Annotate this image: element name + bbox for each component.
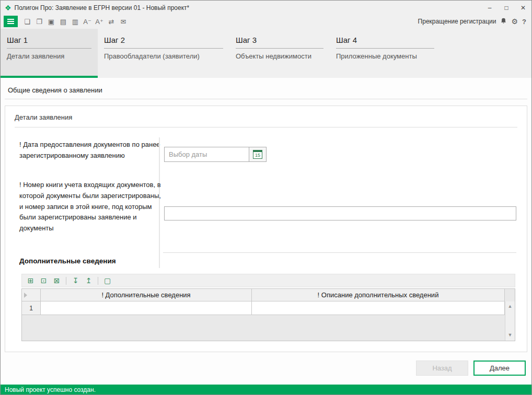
panel-title: Детали заявления xyxy=(15,113,72,121)
gear-icon: ⚙ xyxy=(511,17,518,26)
section-title: Общие сведения о заявлении xyxy=(8,86,531,94)
step-1-subtitle: Детали заявления xyxy=(7,52,91,60)
titlebar: ❖ Полигон Про: Заявление в ЕГРН версии 0… xyxy=(1,1,531,15)
menu-button[interactable] xyxy=(4,16,18,27)
step-2-subtitle: Правообладатели (заявители) xyxy=(104,52,223,60)
calendar-button[interactable]: 15 xyxy=(249,147,267,162)
date-field-label: ! Дата предоставления документов по ране… xyxy=(19,140,163,161)
mode-label: Прекращение регистрации xyxy=(418,18,496,25)
open-project-icon[interactable]: ❐ xyxy=(34,16,44,27)
delete-row-icon[interactable]: ⊠ xyxy=(51,275,62,286)
toolbar: ❏ ❐ ▣ ▤ ▥ А⁻ А⁺ ⇄ ✉ Прекращение регистра… xyxy=(1,15,531,29)
next-button[interactable]: Далее xyxy=(473,361,526,376)
add-row-icon[interactable]: ⊞ xyxy=(25,275,36,286)
book-number-field-label: ! Номер книги учета входящих документов,… xyxy=(19,180,165,234)
section-divider xyxy=(5,99,527,99)
step-3-subtitle: Объекты недвижимости xyxy=(236,52,323,60)
additional-info-table: ! Дополнительные сведения ! Описание доп… xyxy=(21,288,515,341)
table-row: 1 xyxy=(22,301,515,315)
new-document-icon[interactable]: ❏ xyxy=(22,16,32,27)
expand-table-icon[interactable]: ▢ xyxy=(102,275,113,286)
insert-row-icon[interactable]: ⊡ xyxy=(38,275,49,286)
field-divider xyxy=(163,252,516,253)
app-icon: ❖ xyxy=(5,4,11,12)
table-scrollbar[interactable]: ▲ ▼ xyxy=(505,301,515,341)
import-export-icon[interactable]: ⇄ xyxy=(106,16,117,27)
additional-info-header: Дополнительные сведения xyxy=(19,257,116,265)
step-2-tab[interactable]: Шаг 2 Правообладатели (заявители) xyxy=(98,29,229,78)
scroll-up-icon[interactable]: ▲ xyxy=(506,303,515,310)
column-header-description[interactable]: ! Описание дополнительных сведений xyxy=(252,289,505,301)
description-cell-input[interactable] xyxy=(252,301,504,315)
column-header-additional-info[interactable]: ! Дополнительные сведения xyxy=(41,289,252,301)
save-copy-icon[interactable]: ▥ xyxy=(70,16,80,27)
step-divider xyxy=(236,48,323,49)
step-4-title: Шаг 4 xyxy=(336,36,434,44)
toolbar-separator xyxy=(98,277,98,285)
table-toolbar: ⊞ ⊡ ⊠ ↧ ↥ ▢ xyxy=(21,274,515,287)
font-decrease-icon[interactable]: А⁻ xyxy=(82,16,92,27)
step-3-title: Шаг 3 xyxy=(236,36,323,44)
bell-icon xyxy=(500,17,507,25)
panel-divider xyxy=(15,127,517,127)
steps-bar: Шаг 1 Детали заявления Шаг 2 Правооблада… xyxy=(1,29,531,78)
table-header-row: ! Дополнительные сведения ! Описание доп… xyxy=(22,289,515,301)
font-increase-icon[interactable]: А⁺ xyxy=(94,16,105,27)
status-bar: Новый проект успешно создан. xyxy=(1,385,531,395)
send-email-icon[interactable]: ✉ xyxy=(118,16,129,27)
step-divider xyxy=(7,48,91,49)
row-number-cell[interactable]: 1 xyxy=(22,301,41,315)
calendar-icon: 15 xyxy=(253,150,262,159)
step-2-title: Шаг 2 xyxy=(104,36,223,44)
wizard-footer: Назад Далее xyxy=(1,352,531,385)
help-button[interactable]: ? xyxy=(522,18,526,26)
step-1-tab[interactable]: Шаг 1 Детали заявления xyxy=(1,29,98,78)
back-button: Назад xyxy=(416,361,468,376)
book-number-input[interactable] xyxy=(164,206,516,220)
minimize-button[interactable]: – xyxy=(481,1,498,15)
details-panel: Детали заявления ! Дата предоставления д… xyxy=(5,106,527,352)
step-4-subtitle: Приложенные документы xyxy=(336,52,434,60)
save-as-icon[interactable]: ▤ xyxy=(58,16,68,27)
step-4-tab[interactable]: Шаг 4 Приложенные документы xyxy=(330,29,441,78)
window-title: Полигон Про: Заявление в ЕГРН версии 01 … xyxy=(15,4,190,11)
settings-button[interactable]: ⚙ xyxy=(511,17,518,26)
step-3-tab[interactable]: Шаг 3 Объекты недвижимости xyxy=(229,29,330,78)
table-corner-cell[interactable] xyxy=(22,289,41,301)
maximize-button[interactable]: □ xyxy=(498,1,515,15)
additional-info-cell-input[interactable] xyxy=(41,301,251,315)
table-cell-additional-info xyxy=(41,301,252,315)
hamburger-icon xyxy=(7,19,14,24)
notifications-button[interactable] xyxy=(500,17,507,26)
save-icon[interactable]: ▣ xyxy=(46,16,56,27)
move-row-up-icon[interactable]: ↥ xyxy=(83,275,94,286)
app-window: ❖ Полигон Про: Заявление в ЕГРН версии 0… xyxy=(0,0,532,395)
date-field-row: 15 xyxy=(164,147,267,162)
toolbar-right: Прекращение регистрации ⚙ ? xyxy=(418,17,528,26)
date-input[interactable] xyxy=(164,147,249,162)
step-1-title: Шаг 1 xyxy=(7,36,91,44)
close-button[interactable]: ✕ xyxy=(515,1,531,15)
step-divider xyxy=(336,48,434,49)
table-cell-description xyxy=(252,301,505,315)
main-content: Общие сведения о заявлении Детали заявле… xyxy=(1,78,531,352)
toolbar-separator xyxy=(66,277,66,285)
move-row-down-icon[interactable]: ↧ xyxy=(70,275,81,286)
scroll-down-icon[interactable]: ▼ xyxy=(506,331,515,339)
help-icon: ? xyxy=(522,18,526,26)
step-divider xyxy=(104,48,223,49)
window-controls: – □ ✕ xyxy=(481,1,531,15)
